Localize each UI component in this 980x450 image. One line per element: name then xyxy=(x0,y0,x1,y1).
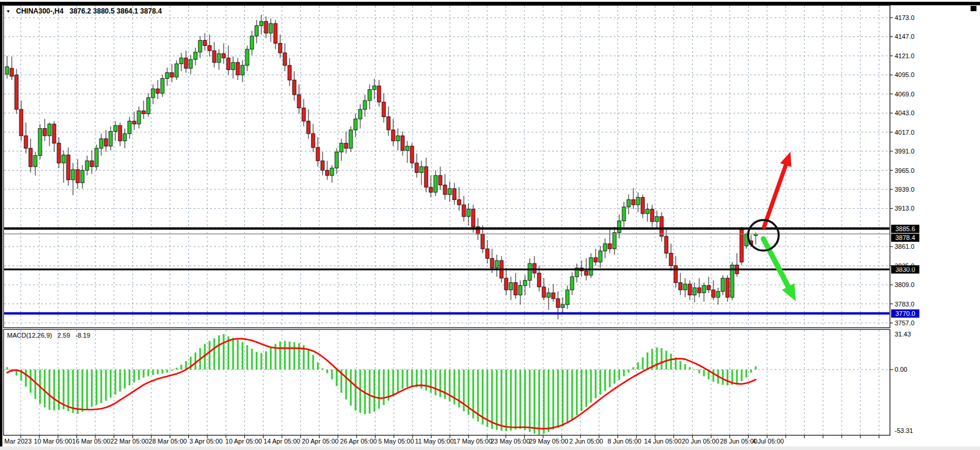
price-tick-label: 4017.0 xyxy=(895,129,915,136)
price-line-badge: 3885.6 xyxy=(891,225,919,233)
price-line-badge: 3770.0 xyxy=(891,309,919,318)
price-tick-label: 4069.0 xyxy=(895,91,915,98)
price-tick-label: 3991.0 xyxy=(895,148,915,155)
price-tick-label: 3913.0 xyxy=(895,205,915,212)
chart-window: ▼ CHINA300-,H4 3876.2 3880.5 3864.1 3878… xyxy=(0,0,980,450)
macd-main-value: 2.59 xyxy=(58,332,70,339)
chart-title: ▼ CHINA300-,H4 3876.2 3880.5 3864.1 3878… xyxy=(6,7,162,15)
price-tick-label: 3809.0 xyxy=(895,281,915,289)
price-tick-label: 3783.0 xyxy=(895,301,915,308)
macd-min-label: -53.31 xyxy=(895,427,913,435)
time-axis-label: 4 Jul 05:00 xyxy=(742,438,795,445)
price-tick-label: 4043.0 xyxy=(895,109,915,117)
macd-name: MACD(12,26,9) xyxy=(7,332,52,339)
price-tick-label: 4121.0 xyxy=(895,52,915,60)
macd-max-label: 31.43 xyxy=(895,331,911,338)
macd-indicator-label: MACD(12,26,9) 2.59 -8.19 xyxy=(7,332,90,339)
ohlc-values-label: 3876.2 3880.5 3864.1 3878.4 xyxy=(69,7,162,15)
price-tick-label: 3939.0 xyxy=(895,186,915,194)
window-bottom-strip xyxy=(0,446,980,450)
price-tick-label: 4173.0 xyxy=(895,14,915,22)
price-tick-label: 4095.0 xyxy=(895,71,915,79)
chart-shift-marker[interactable] xyxy=(971,6,976,11)
price-tick-label: 3757.0 xyxy=(895,319,915,327)
price-line-badge: 3878.4 xyxy=(891,234,919,242)
price-tick-label: 3861.0 xyxy=(895,243,915,251)
price-tick-label: 3965.0 xyxy=(895,167,915,175)
symbol-period-label: CHINA300-,H4 xyxy=(16,7,64,15)
chart-canvas[interactable] xyxy=(0,0,980,450)
price-tick-label: 3835.0 xyxy=(895,262,915,270)
collapse-arrow-icon[interactable]: ▼ xyxy=(6,9,11,14)
macd-zero-label: 0.00 xyxy=(895,366,907,374)
price-tick-label: 4147.0 xyxy=(895,33,915,41)
macd-signal-value: -8.19 xyxy=(75,332,90,339)
